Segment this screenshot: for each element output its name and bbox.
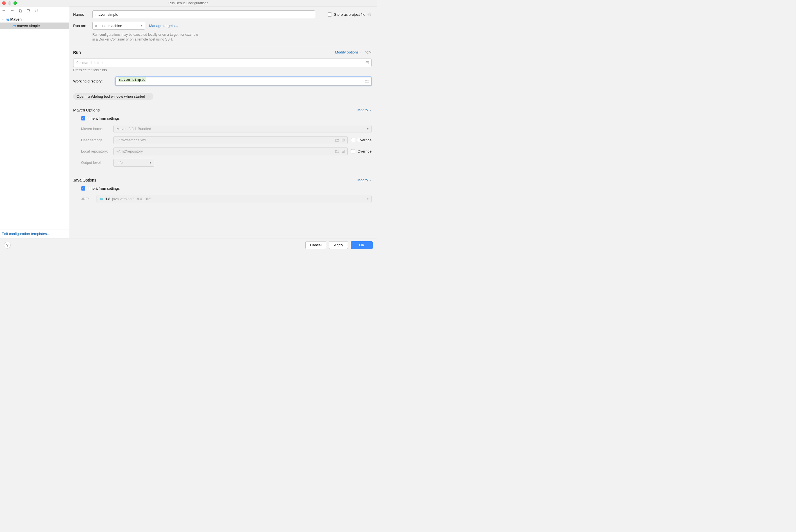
folder-icon[interactable] [365,79,369,83]
maven-icon: m [13,24,16,28]
maven-modify-link[interactable]: Modify ⌄ [358,108,372,112]
java-modify-link[interactable]: Modify ⌄ [358,178,372,182]
chevron-down-icon: ▼ [366,128,369,130]
tree-item-maven-simple[interactable]: m maven-simple [0,22,69,29]
main-panel: Name: Store as project file Run on: ⌂ Lo… [69,6,377,238]
manage-targets-link[interactable]: Manage targets… [149,24,178,28]
store-checkbox[interactable] [328,13,332,17]
home-icon: ⌂ [95,24,97,27]
jre-select: 1.8 java version "1.8.0_162" ▼ [97,195,372,203]
name-input[interactable] [92,11,315,18]
java-section-title: Java Options [73,178,96,183]
name-label: Name: [73,13,92,17]
minimize-window-icon [8,1,11,5]
chevron-down-icon: ⌄ [369,179,372,182]
help-button[interactable]: ? [4,242,11,249]
java-inherit-label: Inherit from settings [88,186,120,191]
sidebar: ⌄ m Maven m maven-simple Edit configurat… [0,6,69,238]
run-on-label: Run on: [73,24,92,28]
svg-point-2 [369,14,370,15]
local-override-checkbox[interactable] [351,149,355,153]
maximize-window-icon[interactable] [14,1,17,5]
config-tree: ⌄ m Maven m maven-simple [0,15,69,229]
user-override-checkbox[interactable] [351,138,355,142]
cmd-hint: Press ⌥ for field hints [73,68,372,72]
java-inherit-checkbox[interactable]: ✓ [81,186,85,191]
expand-icon [341,138,345,142]
chevron-down-icon: ⌄ [360,51,362,54]
modify-options-link[interactable]: Modify options ⌄ [335,50,362,54]
sidebar-toolbar [0,6,69,15]
footer: ? Cancel Apply OK [0,238,377,252]
chevron-down-icon: ⌄ [2,18,5,21]
working-dir-input[interactable]: maven-simple [115,77,372,86]
option-chip[interactable]: Open run/debug tool window when started … [73,93,153,100]
chevron-down-icon: ▼ [149,161,152,164]
maven-icon: m [6,17,9,22]
store-label: Store as project file [334,13,365,17]
svg-rect-3 [366,61,369,64]
shortcut-hint: ⌥M [365,51,372,54]
titlebar: Run/Debug Configurations [0,0,377,6]
remove-icon[interactable] [10,8,14,13]
expand-icon[interactable] [365,61,369,65]
working-dir-label: Working directory: [73,79,115,83]
output-level-select: Info ▼ [113,159,154,167]
maven-inherit-checkbox[interactable]: ✓ [81,116,85,120]
folder-icon [335,138,339,142]
chevron-down-icon: ⌄ [369,109,372,112]
user-settings-label: User settings: [81,138,113,142]
add-icon[interactable] [2,8,6,13]
run-on-select[interactable]: ⌂ Local machine ▼ [92,22,145,30]
maven-section-title: Maven Options [73,108,100,112]
close-icon[interactable]: × [148,94,150,98]
apply-button[interactable]: Apply [329,241,348,249]
run-on-hint: Run configurations may be executed local… [92,32,372,42]
user-settings-input: ~/.m2/settings.xml [113,136,348,144]
svg-rect-5 [342,150,344,152]
tree-group-maven[interactable]: ⌄ m Maven [0,16,69,22]
ok-button[interactable]: OK [351,241,373,249]
run-section-title: Run [73,50,81,55]
sort-icon[interactable] [34,8,39,13]
copy-icon[interactable] [18,8,22,13]
maven-home-select: Maven 3.8.1 Bundled ▼ [113,125,372,133]
close-window-icon[interactable] [2,1,6,5]
chevron-down-icon: ▼ [366,197,369,201]
folder-icon [99,197,103,201]
gear-icon[interactable] [367,12,372,17]
cancel-button[interactable]: Cancel [305,241,326,249]
folder-icon [335,150,339,153]
chevron-down-icon: ▼ [140,24,143,27]
svg-rect-4 [342,139,344,141]
local-repo-label: Local repository: [81,149,113,153]
jre-label: JRE: [81,197,97,201]
maven-home-label: Maven home: [81,127,113,131]
output-level-label: Output level: [81,160,113,165]
svg-rect-1 [20,10,22,12]
window-title: Run/Debug Configurations [168,1,208,5]
maven-inherit-label: Inherit from settings [88,116,120,120]
edit-templates-link[interactable]: Edit configuration templates… [2,232,50,236]
save-icon[interactable] [26,8,31,13]
local-repo-input: ~/.m2/repository [113,148,348,155]
command-line-input[interactable] [73,59,372,67]
expand-icon [341,150,345,153]
